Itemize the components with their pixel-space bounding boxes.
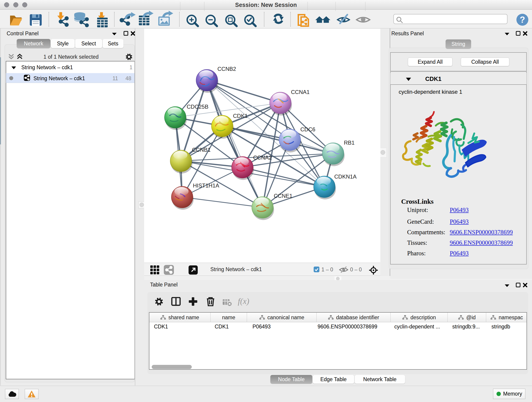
svg-text:CCNE1: CCNE1 xyxy=(274,193,292,199)
svg-text:CCNB2: CCNB2 xyxy=(217,66,236,72)
svg-text:HIST1H1A: HIST1H1A xyxy=(193,182,219,189)
svg-text:f(x): f(x) xyxy=(238,297,249,306)
svg-text:CDK1: CDK1 xyxy=(233,113,248,119)
svg-text:CDC25B: CDC25B xyxy=(187,104,209,110)
svg-text:CDC6: CDC6 xyxy=(300,126,315,133)
svg-text:CCNB1: CCNB1 xyxy=(192,147,210,153)
svg-text:RB1: RB1 xyxy=(344,140,355,146)
svg-text:CDKN1A: CDKN1A xyxy=(334,173,356,180)
svg-text:CCNA1: CCNA1 xyxy=(291,89,310,95)
svg-text:CCNA2: CCNA2 xyxy=(253,154,272,161)
svg-text:?: ? xyxy=(520,15,525,25)
